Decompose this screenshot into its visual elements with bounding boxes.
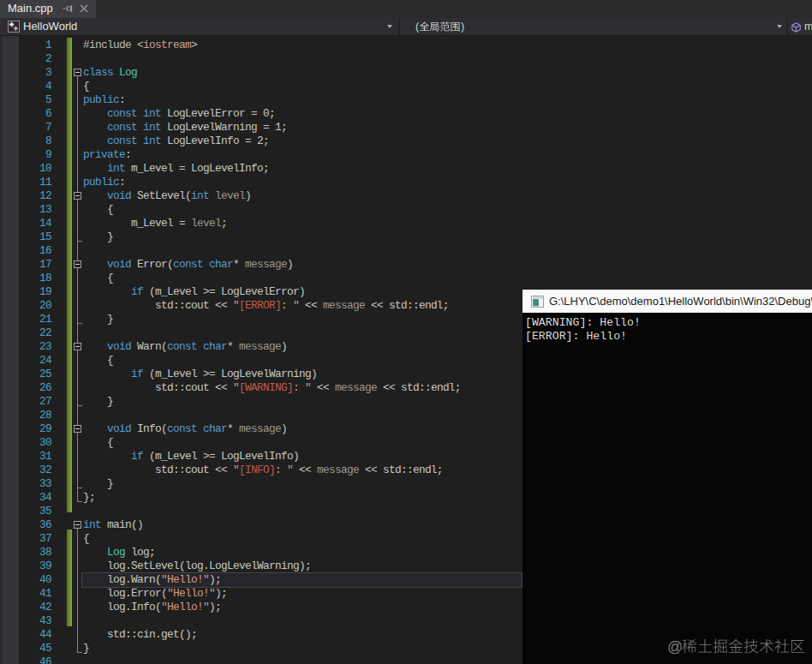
svg-text:@: @ (667, 638, 683, 655)
